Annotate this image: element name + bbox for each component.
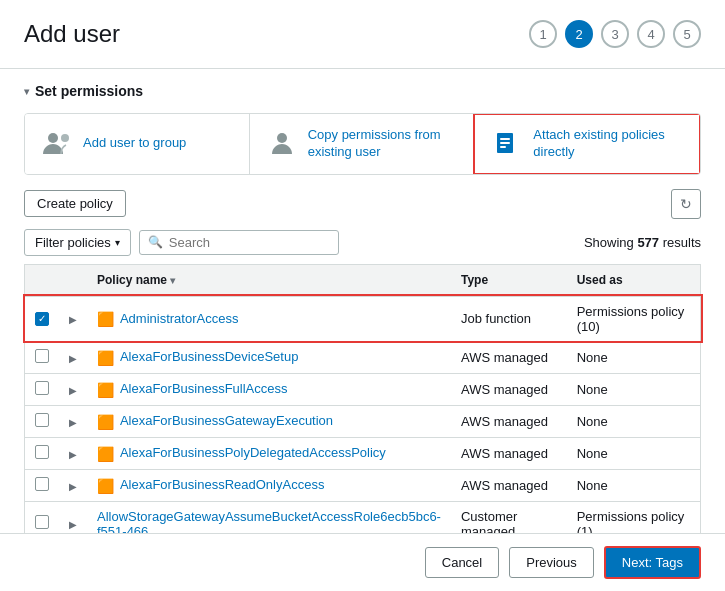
row-checkbox-cell[interactable] <box>25 341 60 373</box>
table-row: ▶ 🟧 AlexaForBusinessPolyDelegatedAccessP… <box>25 437 701 469</box>
row-expand-cell[interactable]: ▶ <box>59 437 87 469</box>
svg-rect-6 <box>500 146 506 148</box>
copy-permissions-text: Copy permissions from existing user <box>308 127 441 161</box>
search-icon: 🔍 <box>148 235 163 249</box>
policy-type-icon: 🟧 <box>97 446 113 462</box>
cancel-button[interactable]: Cancel <box>425 547 499 578</box>
policy-name-cell: 🟧 AlexaForBusinessGatewayExecution <box>87 405 451 437</box>
page-header: Add user 1 2 3 4 5 <box>24 20 701 48</box>
svg-rect-5 <box>500 142 510 144</box>
copy-icon <box>266 128 298 160</box>
filter-bar: Filter policies ▾ 🔍 Showing 577 results <box>24 229 701 256</box>
expand-arrow[interactable]: ▶ <box>69 519 77 530</box>
permission-cards: Add user to group Copy permissions from … <box>24 113 701 175</box>
copy-permissions-card[interactable]: Copy permissions from existing user <box>250 114 475 174</box>
expand-arrow[interactable]: ▶ <box>69 314 77 325</box>
next-button[interactable]: Next: Tags <box>604 546 701 579</box>
col-header-used-as: Used as <box>567 264 701 296</box>
svg-point-1 <box>61 134 69 142</box>
row-checkbox[interactable] <box>35 312 49 326</box>
previous-button[interactable]: Previous <box>509 547 594 578</box>
row-checkbox[interactable] <box>35 515 49 529</box>
set-permissions-label: Set permissions <box>35 83 143 99</box>
row-checkbox-cell[interactable] <box>25 437 60 469</box>
refresh-button[interactable]: ↻ <box>671 189 701 219</box>
step-1: 1 <box>529 20 557 48</box>
svg-rect-4 <box>500 138 510 140</box>
table-header-row: Policy name ▾ Type Used as <box>25 264 701 296</box>
step-5: 5 <box>673 20 701 48</box>
table-row: ▶ 🟧 AdministratorAccess Job function Per… <box>25 296 701 342</box>
col-header-expand <box>59 264 87 296</box>
row-expand-cell[interactable]: ▶ <box>59 341 87 373</box>
policy-used-cell: None <box>567 469 701 501</box>
filter-label: Filter policies <box>35 235 111 250</box>
footer: Cancel Previous Next: Tags <box>0 533 725 591</box>
policy-link[interactable]: AlexaForBusinessDeviceSetup <box>120 349 298 364</box>
policy-used-cell: None <box>567 373 701 405</box>
svg-point-0 <box>48 133 58 143</box>
policy-used-cell: Permissions policy (10) <box>567 296 701 342</box>
set-permissions-section: ▾ Set permissions <box>24 83 701 99</box>
table-row: ▶ 🟧 AlexaForBusinessDeviceSetup AWS mana… <box>25 341 701 373</box>
row-checkbox-cell[interactable] <box>25 296 60 342</box>
row-checkbox[interactable] <box>35 445 49 459</box>
table-row: ▶ 🟧 AlexaForBusinessGatewayExecution AWS… <box>25 405 701 437</box>
col-header-check <box>25 264 60 296</box>
policy-link[interactable]: AdministratorAccess <box>120 311 238 326</box>
policy-type-cell: AWS managed <box>451 437 567 469</box>
row-checkbox-cell[interactable] <box>25 469 60 501</box>
col-header-policy-name: Policy name ▾ <box>87 264 451 296</box>
row-expand-cell[interactable]: ▶ <box>59 373 87 405</box>
sort-icon: ▾ <box>170 275 175 286</box>
policy-link[interactable]: AlexaForBusinessPolyDelegatedAccessPolic… <box>120 445 386 460</box>
table-toolbar: Create policy ↻ <box>24 189 701 219</box>
doc-icon <box>491 128 523 160</box>
attach-policies-card[interactable]: Attach existing policies directly <box>473 113 701 175</box>
row-checkbox[interactable] <box>35 381 49 395</box>
policy-name-cell: 🟧 AdministratorAccess <box>87 296 451 342</box>
policy-link[interactable]: AlexaForBusinessFullAccess <box>120 381 288 396</box>
policy-used-cell: None <box>567 437 701 469</box>
filter-chevron-icon: ▾ <box>115 237 120 248</box>
search-box: 🔍 <box>139 230 339 255</box>
filter-left: Filter policies ▾ 🔍 <box>24 229 339 256</box>
policy-type-cell: AWS managed <box>451 341 567 373</box>
row-checkbox[interactable] <box>35 413 49 427</box>
create-policy-button[interactable]: Create policy <box>24 190 126 217</box>
row-expand-cell[interactable]: ▶ <box>59 296 87 342</box>
policy-type-icon: 🟧 <box>97 311 113 327</box>
section-toggle[interactable]: ▾ <box>24 86 29 97</box>
add-to-group-card[interactable]: Add user to group <box>25 114 250 174</box>
search-input[interactable] <box>169 235 330 250</box>
policy-type-icon: 🟧 <box>97 382 113 398</box>
policy-type-cell: Job function <box>451 296 567 342</box>
row-expand-cell[interactable]: ▶ <box>59 469 87 501</box>
page-title: Add user <box>24 20 120 48</box>
policy-name-cell: 🟧 AlexaForBusinessDeviceSetup <box>87 341 451 373</box>
policy-type-icon: 🟧 <box>97 414 113 430</box>
filter-policies-dropdown[interactable]: Filter policies ▾ <box>24 229 131 256</box>
expand-arrow[interactable]: ▶ <box>69 417 77 428</box>
attach-policies-text: Attach existing policies directly <box>533 127 665 161</box>
table-row: ▶ 🟧 AlexaForBusinessReadOnlyAccess AWS m… <box>25 469 701 501</box>
step-2: 2 <box>565 20 593 48</box>
expand-arrow[interactable]: ▶ <box>69 353 77 364</box>
results-count: Showing 577 results <box>584 235 701 250</box>
policy-link[interactable]: AlexaForBusinessReadOnlyAccess <box>120 477 324 492</box>
row-checkbox-cell[interactable] <box>25 373 60 405</box>
row-checkbox-cell[interactable] <box>25 405 60 437</box>
expand-arrow[interactable]: ▶ <box>69 449 77 460</box>
row-checkbox[interactable] <box>35 349 49 363</box>
row-expand-cell[interactable]: ▶ <box>59 405 87 437</box>
expand-arrow[interactable]: ▶ <box>69 481 77 492</box>
row-checkbox[interactable] <box>35 477 49 491</box>
policy-link[interactable]: AlexaForBusinessGatewayExecution <box>120 413 333 428</box>
expand-arrow[interactable]: ▶ <box>69 385 77 396</box>
policy-type-icon: 🟧 <box>97 350 113 366</box>
step-indicators: 1 2 3 4 5 <box>529 20 701 48</box>
users-icon <box>41 128 73 160</box>
step-4: 4 <box>637 20 665 48</box>
policy-name-cell: 🟧 AlexaForBusinessFullAccess <box>87 373 451 405</box>
policy-type-cell: AWS managed <box>451 373 567 405</box>
